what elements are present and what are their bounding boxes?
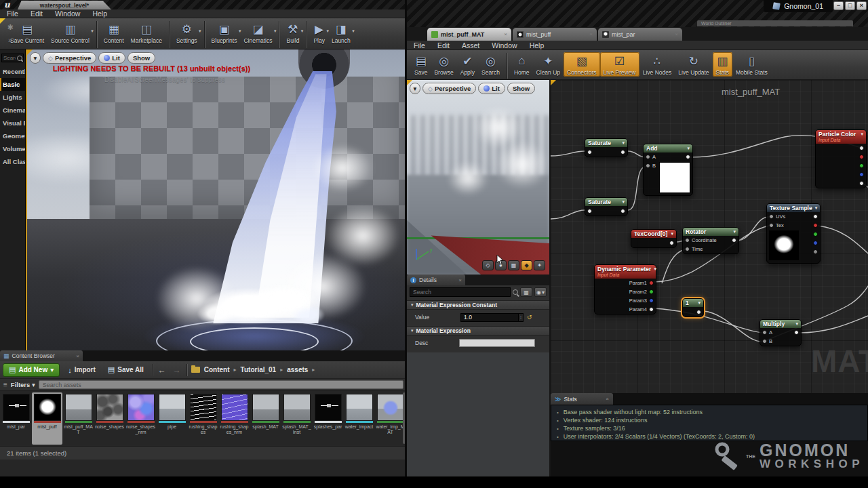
mode-item-volume[interactable]: Volume [0, 142, 25, 155]
menu-item-window[interactable]: Window [55, 9, 80, 18]
modes-search-input[interactable] [3, 55, 16, 61]
live-nodes-button[interactable]: ∴Live Nodes [639, 52, 675, 77]
minimize-button[interactable]: – [833, 1, 844, 10]
asset-tile-mist_puff[interactable]: mist_puff [32, 392, 62, 445]
breadcrumb-assets[interactable]: assets [287, 366, 308, 373]
blueprints-button[interactable]: ▣Blueprints▾ [208, 20, 241, 45]
node-saturate-1[interactable]: Saturate▾ [585, 138, 628, 157]
perspective-button[interactable]: ◇Perspective [43, 52, 96, 64]
menu-item-edit[interactable]: Edit [31, 9, 43, 18]
asset-tile-splashes_par[interactable]: splashes_par [313, 392, 343, 445]
menu-item-file[interactable]: File [414, 41, 425, 49]
spinner-icon[interactable]: ↕ [518, 313, 524, 322]
pin-icon[interactable] [685, 247, 690, 251]
import-button[interactable]: ↓ Import [64, 363, 100, 377]
section-material-expression[interactable]: Material Expression [407, 326, 549, 336]
expand-rail-icon[interactable]: » [8, 36, 12, 44]
material-graph[interactable]: mist_puff_MAT MAT Saturate▾Saturate▾Add▾… [551, 80, 868, 393]
pin-icon[interactable] [620, 209, 625, 214]
live-preview-button[interactable]: ☑Live Preview [600, 52, 639, 77]
asset-tile-rushing_shapes[interactable]: rushing_shapes [188, 392, 218, 445]
cinematics-button[interactable]: ◪Cinematics▾ [240, 20, 275, 45]
mode-item-visual-e[interactable]: Visual E [0, 117, 25, 129]
preview-lit-button[interactable]: Lit [478, 83, 505, 94]
breadcrumb-tutorial_01[interactable]: Tutorial_01 [241, 366, 277, 373]
maximize-button[interactable]: □ [845, 1, 855, 10]
play-button[interactable]: ▶Play▾ [310, 20, 328, 45]
menu-item-file[interactable]: File [7, 9, 18, 18]
world-outliner-partial-tab[interactable]: World Outliner [697, 20, 853, 26]
details-tab[interactable]: i Details × [407, 274, 465, 285]
material-preview-viewport[interactable]: ▾ ◇Perspective Lit Show ◇●▦◆✦ y [407, 80, 551, 274]
asset-tile-noise_shapes[interactable]: noise_shapes [94, 392, 125, 445]
pin-icon[interactable] [762, 330, 767, 335]
place-actors-icon[interactable]: ✱ [7, 23, 13, 32]
breadcrumb-content[interactable]: Content [204, 366, 230, 373]
node-add[interactable]: Add▾AB [643, 144, 693, 196]
pin-icon[interactable] [859, 146, 864, 150]
mode-item-basic[interactable]: Basic [0, 78, 25, 91]
asset-tile-mist_puff_MAT[interactable]: mist_puff_MAT [63, 392, 94, 445]
asset-search-input[interactable] [39, 380, 403, 389]
asset-tile-pipe[interactable]: pipe [157, 392, 187, 445]
node-multiply[interactable]: Multiply▾AB [760, 319, 802, 346]
shape-plane-button[interactable]: ▦ [508, 260, 519, 270]
home-button[interactable]: ⌂Home [511, 52, 533, 77]
menu-item-help[interactable]: Help [530, 41, 545, 49]
connectors-button[interactable]: ▧Connectors [564, 52, 599, 77]
pin-icon[interactable] [769, 223, 774, 228]
value-input[interactable] [460, 313, 519, 322]
mode-item-geomet[interactable]: Geomet [0, 129, 25, 142]
forward-button[interactable]: → [172, 365, 182, 375]
close-icon[interactable]: × [76, 353, 79, 359]
pin-icon[interactable] [649, 307, 654, 312]
pin-icon[interactable] [686, 155, 690, 159]
node-particle-color[interactable]: Particle Color▾Input Data [815, 129, 867, 188]
pin-icon[interactable] [649, 298, 654, 303]
save-all-button[interactable]: ▤ Save All [104, 363, 148, 377]
pin-icon[interactable] [794, 330, 799, 335]
pin-icon[interactable] [646, 155, 650, 159]
revert-icon[interactable]: ↺ [527, 314, 532, 321]
pin-icon[interactable] [587, 150, 592, 155]
back-button[interactable]: ← [157, 365, 167, 375]
close-icon[interactable]: × [606, 396, 609, 402]
preview-perspective-button[interactable]: ◇Perspective [422, 83, 476, 94]
desc-input[interactable] [459, 339, 535, 347]
mobile-stats-button[interactable]: ▯Mobile Stats [732, 52, 771, 77]
close-icon[interactable]: × [458, 277, 462, 283]
clean-up-button[interactable]: ✦Clean Up [533, 52, 564, 77]
pin-icon[interactable] [587, 209, 592, 214]
node-dynamic-parameter[interactable]: Dynamic Parameter▾Input DataParam1Param2… [594, 264, 656, 314]
content-button[interactable]: ▦Content [100, 20, 127, 45]
lit-button[interactable]: Lit [98, 52, 125, 64]
live-update-button[interactable]: ↻Live Update [675, 52, 712, 77]
node-constant-1[interactable]: 1▾ [682, 298, 704, 317]
stats-tab[interactable]: ≫ Stats × [551, 393, 613, 405]
asset-tile-mist_par[interactable]: mist_par [1, 392, 31, 445]
menu-item-window[interactable]: Window [492, 41, 517, 49]
pin-icon[interactable] [669, 241, 674, 245]
pin-icon[interactable] [732, 238, 736, 243]
mode-item-recentl[interactable]: Recentl [0, 65, 25, 78]
pin-icon[interactable] [685, 238, 690, 243]
modes-search[interactable] [1, 54, 24, 62]
pin-icon[interactable] [859, 155, 864, 159]
pin-icon[interactable] [813, 214, 818, 219]
asset-tile-noise_shapes_nrm[interactable]: noise_shapes_nrm [125, 392, 156, 445]
pin-icon[interactable] [859, 172, 864, 177]
custom-mesh-button[interactable]: ✦ [534, 260, 545, 270]
pin-icon[interactable] [649, 289, 654, 294]
pin-icon[interactable] [696, 310, 701, 314]
tab-mist_puff_MAT[interactable]: mist_puff_MAT× [427, 28, 511, 41]
details-search-input[interactable] [410, 287, 511, 297]
pin-icon[interactable] [649, 281, 654, 285]
menu-item-help[interactable]: Help [92, 9, 107, 18]
node-rotator[interactable]: Rotator▾CoordinateTime [682, 227, 739, 254]
add-new-button[interactable]: ▤ Add New ▾ [3, 363, 60, 377]
close-icon[interactable]: × [675, 31, 678, 37]
asset-tile-splash_MAT_Inst[interactable]: splash_MAT_Inst [281, 392, 312, 445]
menu-item-asset[interactable]: Asset [462, 41, 479, 49]
settings-button[interactable]: ⚙Settings▾ [173, 20, 201, 45]
apply-button[interactable]: ✔Apply [457, 52, 478, 77]
